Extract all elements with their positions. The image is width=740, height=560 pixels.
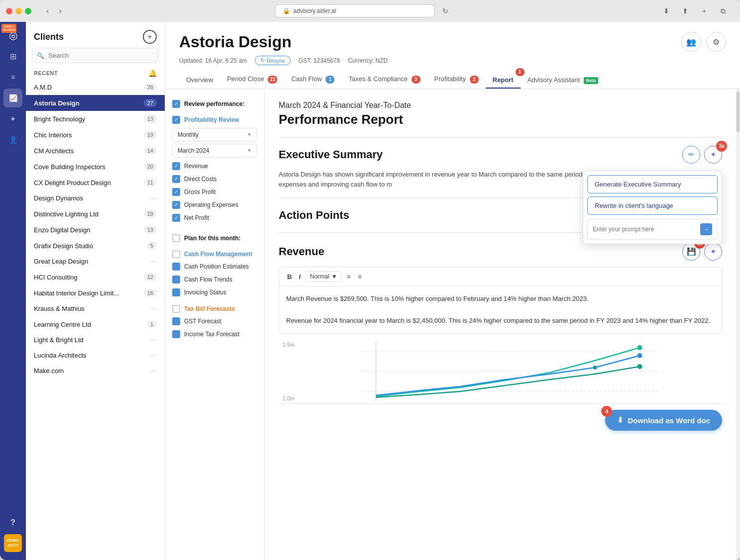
cash-position-checkbox[interactable] — [172, 263, 180, 271]
checkbox-income-tax[interactable]: Income Tax Forecast — [165, 328, 264, 341]
profitability-checkbox[interactable]: ✓ — [172, 116, 180, 124]
company-settings-button[interactable]: ⚙ — [706, 32, 726, 52]
operating-expenses-checkbox[interactable]: ✓ — [172, 201, 180, 209]
revenue-checkbox[interactable]: ✓ — [172, 162, 180, 170]
net-profit-checkbox[interactable]: ✓ — [172, 214, 180, 222]
client-item-design[interactable]: Design Dynamos — [26, 190, 165, 206]
sidebar-icon-chart[interactable]: 📈 — [3, 89, 22, 107]
checkbox-gross-profit[interactable]: ✓ Gross Profit — [165, 186, 264, 198]
sidebar-icon-grid[interactable]: ⊞ — [3, 47, 22, 66]
tab-profitability[interactable]: Profitability 2 — [427, 71, 486, 89]
tab-overview[interactable]: Overview — [179, 72, 220, 89]
client-item-lucinda[interactable]: Lucinda Architects — [26, 348, 165, 363]
direct-costs-checkbox[interactable]: ✓ — [172, 175, 180, 183]
invoicing-status-checkbox[interactable] — [172, 288, 180, 296]
maximize-button[interactable] — [25, 8, 31, 14]
scroll-thumb[interactable] — [737, 92, 740, 132]
gross-profit-checkbox[interactable]: ✓ — [172, 188, 180, 196]
period-dropdown[interactable]: Monthly ▼ — [172, 128, 257, 142]
unordered-list-button[interactable]: ≡ — [345, 272, 353, 281]
client-item-grafix[interactable]: Grafix Design Studio 5 — [26, 238, 165, 254]
client-item-krauss[interactable]: Krauss & Mathius — [26, 301, 165, 316]
client-item-amd[interactable]: A.M.D 26 — [26, 79, 165, 95]
checkbox-net-profit[interactable]: ✓ Net Profit — [165, 211, 264, 224]
cash-flow-checkbox[interactable] — [172, 250, 180, 258]
download-titlebar-btn[interactable]: ⬇ — [659, 4, 673, 18]
tab-report[interactable]: Report 1 — [486, 72, 521, 89]
plan-checkbox[interactable] — [172, 234, 180, 242]
tab-period-close[interactable]: Period Close 21 — [220, 71, 284, 89]
bell-icon[interactable]: 🔔 — [148, 69, 157, 77]
sidebar-icon-help[interactable]: ? — [3, 513, 22, 532]
prompt-input[interactable] — [593, 226, 697, 233]
ordered-list-button[interactable]: ≡ — [356, 272, 364, 281]
gst-forecast-checkbox[interactable] — [172, 317, 180, 325]
sidebar-icon-list[interactable]: ≡ — [3, 68, 22, 87]
plan-header[interactable]: Plan for this month: — [165, 230, 264, 246]
month-dropdown[interactable]: March 2024 ▼ — [172, 144, 257, 158]
client-item-cove[interactable]: Cove Building Inspectors 20 — [26, 159, 165, 175]
checkbox-invoicing-status[interactable]: Invoicing Status — [165, 286, 264, 299]
close-button[interactable] — [6, 8, 12, 14]
review-checkbox[interactable]: ✓ — [172, 100, 180, 108]
tab-advisory[interactable]: Advisory Assistant Beta — [521, 72, 606, 89]
sidebar-icon-logo[interactable]: ◎ EARLY ACCESS — [3, 26, 22, 45]
tabs-titlebar-btn[interactable]: ⧉ — [716, 4, 730, 18]
client-item-learning[interactable]: Learning Centre Ltd 1 — [26, 316, 165, 332]
address-bar[interactable]: 🔒 advisory.aider.ai — [275, 4, 434, 17]
editor-content[interactable]: March Revenue is $269,500. This is 10% h… — [279, 286, 722, 333]
resync-button[interactable]: ↻ Resync — [255, 56, 291, 65]
minimize-button[interactable] — [15, 8, 22, 14]
tab-taxes[interactable]: Taxes & Compliance 3 — [341, 71, 427, 89]
checkbox-revenue[interactable]: ✓ Revenue — [165, 160, 264, 173]
prompt-send-button[interactable]: → — [700, 223, 712, 235]
tab-cash-flow[interactable]: Cash Flow 1 — [284, 71, 341, 89]
company-users-button[interactable]: 👥 — [681, 32, 701, 52]
revenue-body-line2: Revenue for 2024 financial year to March… — [286, 315, 715, 326]
client-item-chic[interactable]: Chic Interiors 19 — [26, 127, 165, 143]
client-item-habitat[interactable]: Habitat Interior Design Limit... 16 — [26, 285, 165, 301]
report-date: March 2024 & Financial Year-To-Date — [279, 101, 722, 110]
search-input[interactable] — [32, 48, 159, 63]
forward-button[interactable]: › — [56, 4, 64, 17]
client-item-enzo[interactable]: Enzo Digital Design 13 — [26, 222, 165, 238]
client-item-light[interactable]: Light & Bright Ltd — [26, 332, 165, 348]
client-item-distinctive[interactable]: Distinctive Lighting Ltd 19 — [26, 206, 165, 222]
italic-button[interactable]: I — [297, 272, 303, 281]
sidebar-icon-users[interactable]: 👤 — [3, 130, 22, 149]
reload-button[interactable]: ↻ — [442, 7, 448, 15]
back-button[interactable]: ‹ — [43, 4, 52, 17]
checkbox-direct-costs[interactable]: ✓ Direct Costs — [165, 173, 264, 186]
checkbox-cash-flow-trends[interactable]: Cash Flow Trends — [165, 273, 264, 286]
add-client-button[interactable]: + — [143, 30, 157, 44]
revenue-ai-button[interactable]: ✦ — [704, 243, 722, 261]
income-tax-checkbox[interactable] — [172, 330, 180, 338]
bold-button[interactable]: B — [285, 272, 294, 281]
client-item-cx[interactable]: CX Delight Product Design 11 — [26, 175, 165, 190]
style-dropdown[interactable]: Normal ▼ — [306, 271, 342, 282]
rewrite-client-language-button[interactable]: Rewrite in client's language — [587, 196, 718, 215]
client-item-great[interactable]: Great Leap Design — [26, 254, 165, 269]
download-word-button[interactable]: 4 ⬇ Download as Word doc — [605, 410, 722, 431]
vertical-scrollbar[interactable] — [736, 89, 740, 560]
checkbox-gst-forecast[interactable]: GST Forecast — [165, 315, 264, 328]
generate-executive-summary-button[interactable]: Generate Executive Summary — [587, 175, 718, 193]
executive-summary-edit-button[interactable]: ✏ — [682, 146, 700, 164]
checkbox-cash-position[interactable]: Cash Position Estimates — [165, 260, 264, 273]
tax-checkbox[interactable] — [172, 305, 180, 313]
client-item-astoria[interactable]: Astoria Design 27 — [26, 95, 165, 111]
sidebar-icon-sparkle[interactable]: ✦ — [3, 109, 22, 128]
client-item-bright[interactable]: Bright Technology 13 — [26, 111, 165, 127]
client-item-make[interactable]: Make.com — [26, 363, 165, 378]
download-icon: ⬇ — [617, 416, 624, 425]
checkbox-operating-expenses[interactable]: ✓ Operating Expenses — [165, 198, 264, 211]
tax-header[interactable]: Tax Bill Forecasts — [165, 303, 264, 315]
share-titlebar-btn[interactable]: ⬆ — [678, 4, 692, 18]
profitability-header[interactable]: ✓ Profitability Review — [165, 114, 264, 126]
cash-flow-trends-checkbox[interactable] — [172, 276, 180, 283]
cash-flow-header[interactable]: Cash Flow Management — [165, 248, 264, 260]
review-performance-header[interactable]: ✓ Review performance: — [165, 96, 264, 112]
new-tab-titlebar-btn[interactable]: + — [697, 4, 711, 18]
client-item-hci[interactable]: HCI Consulting 12 — [26, 269, 165, 285]
client-item-cm[interactable]: CM Architects 14 — [26, 143, 165, 159]
